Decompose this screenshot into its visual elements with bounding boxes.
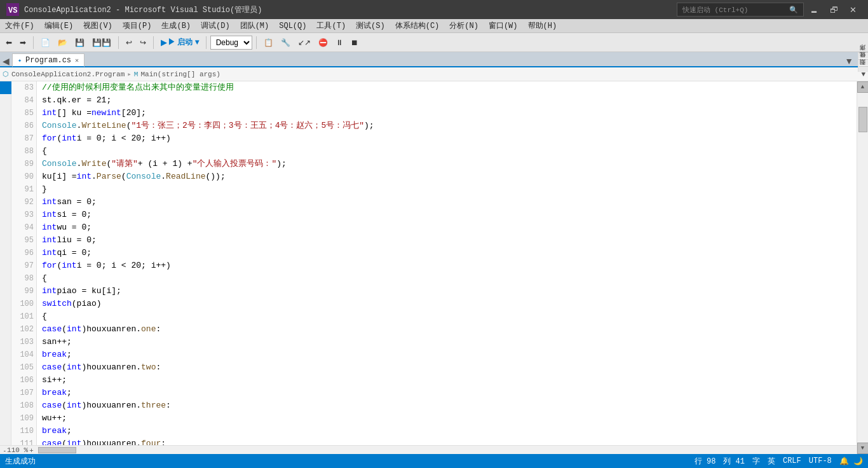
token-kw: switch (42, 298, 72, 310)
scroll-track[interactable] (858, 94, 867, 441)
code-line-104: break; (42, 348, 857, 361)
menu-item-m[interactable]: 团队(M) (235, 19, 275, 33)
search-box[interactable]: 快速启动 (Ctrl+Q) 🔍 (677, 3, 804, 17)
minimize-button[interactable]: 🗕 (805, 0, 824, 19)
scroll-thumb[interactable] (858, 107, 867, 132)
menu-item-h[interactable]: 帮助(H) (523, 19, 562, 33)
line-num-100: 100 (11, 298, 34, 310)
line-num-93: 93 (11, 209, 34, 221)
menu-item-c[interactable]: 体系结构(C) (390, 19, 445, 33)
menu-item-b[interactable]: 生成(B) (156, 19, 196, 33)
breadcrumb-method[interactable]: Main(string[] args) (140, 71, 220, 78)
breakpoint-indicator (0, 81, 11, 94)
toolbar-redo-button[interactable]: ↪ (137, 35, 149, 50)
token-plain: ); (364, 120, 374, 132)
toolbar-save-button[interactable]: 💾 (72, 35, 88, 50)
line-num-87: 87 (11, 132, 34, 145)
token-kw: break (42, 348, 67, 361)
right-panel-item-2[interactable]: 淡化行 (858, 59, 868, 65)
code-line-106: si++; (42, 374, 857, 387)
toolbar-start-button[interactable]: ▶ ▶ 启动 ▾ (158, 35, 202, 50)
code-line-97: for (int i = 0; i < 20; i++) (42, 259, 857, 272)
toolbar-extra-4[interactable]: ⛔ (315, 35, 331, 50)
titlebar-right: 快速启动 (Ctrl+Q) 🔍 🗕 🗗 ✕ (677, 0, 862, 19)
toolbar-new-button[interactable]: 📄 (37, 35, 53, 50)
menu-item-d[interactable]: 调试(D) (196, 19, 235, 33)
toolbar-extra-1[interactable]: 📋 (261, 35, 276, 50)
restore-button[interactable]: 🗗 (825, 0, 843, 19)
scroll-down-button[interactable]: ▼ (857, 443, 869, 454)
token-kw: int (106, 107, 121, 120)
toolbar-extra-6[interactable]: ⏹ (348, 35, 362, 50)
menu-item-p[interactable]: 项目(P) (118, 19, 157, 33)
scroll-up-button[interactable]: ▲ (857, 81, 869, 93)
code-line-99: int piao = ku[i]; (42, 285, 857, 298)
vertical-scrollbar[interactable]: ▲ ▼ (857, 81, 868, 454)
line-num-107: 107 (11, 387, 34, 399)
toolbar-undo-button[interactable]: ↩ (123, 35, 135, 50)
code-line-83: //使用的时候利用变量名点出来其中的变量进行使用 (42, 81, 857, 94)
token-str: "1号：张三；2号：李四；3号：王五；4号：赵六；5号：冯七" (131, 120, 364, 132)
token-method: WriteLine (81, 120, 126, 132)
toolbar-save-all-button[interactable]: 💾💾 (89, 35, 114, 50)
line-num-85: 85 (11, 107, 34, 120)
tab-scroll-left[interactable]: ◀ (0, 56, 12, 66)
toolbar: ⬅ ➡ 📄 📂 💾 💾💾 ↩ ↪ ▶ ▶ 启动 ▾ Debug 📋 🔧 ↙↗ ⛔… (0, 33, 868, 52)
tab-program-cs[interactable]: ✦ Program.cs ✕ (12, 53, 85, 67)
hscroll-thumb[interactable] (38, 447, 76, 453)
menu-item-s[interactable]: 测试(S) (351, 19, 390, 33)
code-line-85: int[] ku = new int[20]; (42, 107, 857, 120)
token-method: Parse (97, 170, 121, 183)
toolbar-extra-2[interactable]: 🔧 (278, 35, 294, 50)
menu-item-v[interactable]: 视图(V) (78, 19, 118, 33)
titlebar: VS ConsoleApplication2 - Microsoft Visua… (0, 0, 868, 19)
tabbar-right-button[interactable]: ▼ (842, 56, 856, 66)
token-kw: int (67, 323, 81, 336)
token-plain: ); (276, 158, 287, 170)
menu-item-w[interactable]: 窗口(W) (484, 19, 523, 33)
zoom-in-button[interactable]: + (29, 446, 33, 454)
breadcrumb-namespace[interactable]: ConsoleApplication2.Program (11, 71, 125, 78)
token-plain: ( (106, 158, 111, 170)
toolbar-separator-2 (118, 36, 119, 49)
token-plain: : (156, 361, 161, 374)
toolbar-extra-5[interactable]: ⏸ (332, 35, 346, 50)
right-panel-item-3[interactable]: 图划 (858, 66, 868, 72)
status-char: 字 (752, 456, 760, 467)
code-line-95: int liu = 0; (42, 234, 857, 247)
toolbar-extra-3[interactable]: ↙↗ (295, 35, 314, 50)
right-panel-item-1[interactable]: 测序 (858, 52, 868, 58)
menu-item-t[interactable]: 工具(T) (311, 19, 351, 33)
token-cn: Console (126, 170, 161, 183)
tab-close-button[interactable]: ✕ (75, 57, 79, 64)
line-numbers: 8384858687888990919293949596979899100101… (11, 81, 37, 454)
code-line-84: st.qk.er = 21; (42, 94, 857, 107)
horizontal-scrollbar[interactable] (37, 445, 857, 454)
line-num-97: 97 (11, 259, 34, 272)
token-plain: . (92, 170, 97, 183)
vs-logo: VS (6, 3, 19, 16)
toolbar-separator-4 (206, 36, 207, 49)
token-plain: )houxuanren. (81, 399, 141, 412)
menu-item-sqlq[interactable]: SQL(Q) (274, 19, 311, 33)
line-num-90: 90 (11, 170, 34, 183)
debug-dropdown[interactable]: Debug (210, 36, 252, 50)
code-line-107: break; (42, 387, 857, 399)
zoom-out-button[interactable]: - (3, 446, 6, 454)
menu-item-n[interactable]: 分析(N) (444, 19, 484, 33)
toolbar-separator-3 (153, 36, 154, 49)
token-method: three (141, 399, 166, 412)
line-num-104: 104 (11, 348, 34, 361)
close-button[interactable]: ✕ (844, 0, 862, 19)
token-plain: ()); (206, 170, 226, 183)
token-kw: case (42, 399, 62, 412)
menu-item-e[interactable]: 编辑(E) (39, 19, 79, 33)
token-kw: int (42, 209, 57, 221)
toolbar-forward-button[interactable]: ➡ (17, 35, 29, 50)
code-editor[interactable]: //使用的时候利用变量名点出来其中的变量进行使用 st.qk.er = 21; … (37, 81, 857, 454)
token-plain: { (42, 310, 47, 323)
menu-item-f[interactable]: 文件(F) (0, 19, 39, 33)
token-plain: . (161, 170, 166, 183)
toolbar-back-button[interactable]: ⬅ (3, 35, 15, 50)
toolbar-open-button[interactable]: 📂 (55, 35, 71, 50)
